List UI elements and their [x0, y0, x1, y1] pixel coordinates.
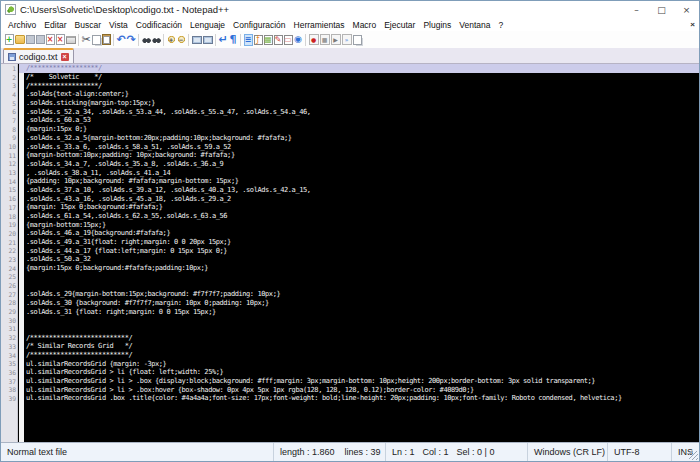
menu-item-?[interactable]: ?	[494, 20, 507, 30]
code-line[interactable]: 5.solAds.sticking{margin-top:15px;}	[1, 99, 699, 108]
open-file-icon[interactable]	[15, 35, 25, 44]
code-line[interactable]: 4.solAds{text-align:center;}	[1, 90, 699, 99]
code-line[interactable]: 21.solAds.s_49.a_31{float: right;margin:…	[1, 238, 699, 247]
code-line[interactable]: 3/******************/	[1, 81, 699, 90]
menu-item-plugins[interactable]: Plugins	[419, 20, 455, 30]
code-text: {margin-bottom:10px;padding: 10px;backgr…	[23, 151, 235, 159]
code-line[interactable]: 39ul.similarRecordsGrid .box .title{colo…	[1, 394, 699, 403]
minimize-button[interactable]: –	[624, 1, 649, 18]
close-file-icon[interactable]: ×	[46, 34, 55, 45]
show-all-characters-icon[interactable]: ¶	[229, 34, 238, 46]
code-line[interactable]: 36ul.similarRecordsGrid > li {float: lef…	[1, 368, 699, 377]
code-line[interactable]: 27.solAds.s_29{margin-bottom:15px;backgr…	[1, 290, 699, 299]
code-line[interactable]: 19{margin-bottom:15px;}	[1, 220, 699, 229]
code-line[interactable]: 25	[1, 273, 699, 282]
code-line[interactable]: 23.solAds.s_50.a_32	[1, 255, 699, 264]
indent-guide-icon[interactable]: ≡	[244, 34, 253, 46]
code-line[interactable]: 8{margin:15px 0;}	[1, 125, 699, 134]
code-pane[interactable]: 1/******************/2/* Solvetic */3/**…	[1, 64, 699, 442]
resize-grip[interactable]	[689, 451, 698, 460]
menu-close-icon[interactable]: ×	[690, 20, 695, 29]
tab-codigo-txt[interactable]: codigo.txt ×	[3, 48, 74, 63]
status-insert-mode[interactable]: INS	[672, 443, 699, 461]
monitoring-icon[interactable]: ◉	[294, 34, 303, 46]
zoom-in-icon[interactable]: +	[167, 34, 176, 46]
code-line[interactable]: 16.solAds.s_43.a_16, .solAds.s_45.a_18, …	[1, 194, 699, 203]
close-all-icon[interactable]: ×	[56, 34, 65, 45]
save-all-icon[interactable]	[36, 35, 45, 44]
word-wrap-icon[interactable]: ↵	[219, 34, 228, 46]
save-icon[interactable]	[26, 35, 35, 44]
sync-horizontal-scroll-icon[interactable]	[203, 36, 213, 44]
find-icon[interactable]	[142, 34, 151, 46]
code-line[interactable]: 7.solAds.s_60.a_53	[1, 116, 699, 125]
tab-close-icon[interactable]: ×	[61, 53, 69, 61]
code-line[interactable]: 31	[1, 325, 699, 334]
menu-item-vista[interactable]: Vista	[105, 20, 132, 30]
line-number: 11	[1, 152, 18, 159]
code-line[interactable]: 35ul.similarRecordsGrid {margin: -3px;}	[1, 359, 699, 368]
replace-icon[interactable]	[152, 34, 161, 46]
menu-item-macro[interactable]: Macro	[349, 20, 381, 30]
document-switcher-icon[interactable]: ✎	[274, 35, 283, 45]
menu-item-ventana[interactable]: Ventana	[455, 20, 494, 30]
paste-icon[interactable]	[102, 34, 111, 45]
code-line[interactable]: 29.solAds.s_31 {float: right;margin: 0 0…	[1, 307, 699, 316]
undo-icon[interactable]: ↶	[117, 34, 126, 46]
macro-save-icon[interactable]	[353, 35, 362, 45]
code-line[interactable]: 18.solAds.s_61.a_54,.solAds.s_62.a_55,.s…	[1, 212, 699, 221]
code-line[interactable]: 9.solAds.s_32.a_5{margin-bottom:20px;pad…	[1, 134, 699, 143]
print-icon[interactable]	[66, 36, 76, 44]
status-col: Col : 1	[423, 447, 449, 457]
code-line[interactable]: 20.solAds.s_46.a_19{background:#fafafa;}	[1, 229, 699, 238]
code-line[interactable]: 34/**************************/	[1, 351, 699, 360]
code-line[interactable]: 17{margin: 15px 0;background:#fafafa;}	[1, 203, 699, 212]
copy-icon[interactable]	[92, 35, 101, 45]
sync-vertical-scroll-icon[interactable]	[192, 36, 202, 44]
code-line[interactable]: 32/**************************/	[1, 333, 699, 342]
document-map-icon[interactable]: ▦	[264, 35, 273, 45]
code-line[interactable]: 24{margin:15px 0;background:#fafafa;padd…	[1, 264, 699, 273]
macro-stop-icon[interactable]: ■	[320, 34, 330, 45]
code-line[interactable]: 33/* Similar Records Grid */	[1, 342, 699, 351]
code-line[interactable]: 14{padding: 10px;background: #fafafa;mar…	[1, 177, 699, 186]
cut-icon[interactable]: ✂	[82, 34, 91, 46]
menu-item-codificaci-n[interactable]: Codificación	[132, 20, 186, 30]
code-line[interactable]: 13, .solAds.s_38.a_11, .solAds.s_41.a_14	[1, 168, 699, 177]
macro-run-multiple-icon[interactable]: »	[342, 34, 352, 45]
macro-record-icon[interactable]: ●	[309, 34, 319, 45]
code-line[interactable]: 37ul.similarRecordsGrid > li > .box {dis…	[1, 377, 699, 386]
code-line[interactable]: 28.solAds.s_30 {background: #f7f7f7;marg…	[1, 299, 699, 308]
menu-item-archivo[interactable]: Archivo	[4, 20, 40, 30]
menu-item-buscar[interactable]: Buscar	[71, 20, 105, 30]
code-editor[interactable]: 1/******************/2/* Solvetic */3/**…	[1, 64, 699, 442]
menu-item-editar[interactable]: Editar	[40, 20, 70, 30]
menu-item-configuraci-n[interactable]: Configuración	[229, 20, 289, 30]
close-button[interactable]: ×	[674, 1, 699, 18]
menu-item-lenguaje[interactable]: Lenguaje	[186, 20, 229, 30]
folder-as-workspace-icon[interactable]: ▭	[284, 35, 293, 45]
code-line[interactable]: 10.solAds.s_33.a_6, .solAds.s_58.a_51, .…	[1, 142, 699, 151]
code-line[interactable]: 26	[1, 281, 699, 290]
code-line[interactable]: 11{margin-bottom:10px;padding: 10px;back…	[1, 151, 699, 160]
status-encoding[interactable]: UTF-8	[608, 443, 672, 461]
toolbar-separator	[113, 34, 114, 46]
menu-item-ejecutar[interactable]: Ejecutar	[380, 20, 419, 30]
maximize-button[interactable]: □	[649, 1, 674, 18]
new-file-icon[interactable]: +	[5, 34, 14, 45]
code-line[interactable]: 15.solAds.s_37.a_10, .solAds.s_39.a_12, …	[1, 186, 699, 195]
code-line[interactable]: 30	[1, 316, 699, 325]
code-text: /**************************/	[23, 351, 132, 359]
menu-item-herramientas[interactable]: Herramientas	[290, 20, 349, 30]
function-list-icon[interactable]: ƒ	[254, 35, 263, 45]
code-line[interactable]: 12.solAds.s_34.a_7, .solAds.s_35.a_8, .s…	[1, 160, 699, 169]
code-line[interactable]: 6.solAds.s_52.a_34, .solAds.s_53.a_44, .…	[1, 107, 699, 116]
code-line[interactable]: 22.solAds.s_44.a_17 {float:left;margin: …	[1, 246, 699, 255]
code-line[interactable]: 1/******************/	[1, 64, 699, 73]
code-line[interactable]: 2/* Solvetic */	[1, 73, 699, 82]
redo-icon[interactable]: ↷	[127, 34, 136, 46]
macro-play-icon[interactable]: ▶	[331, 34, 341, 45]
code-line[interactable]: 38ul.similarRecordsGrid > li > .box:hove…	[1, 385, 699, 394]
zoom-out-icon[interactable]: −	[177, 34, 186, 46]
status-eol-format[interactable]: Windows (CR LF)	[528, 443, 608, 461]
